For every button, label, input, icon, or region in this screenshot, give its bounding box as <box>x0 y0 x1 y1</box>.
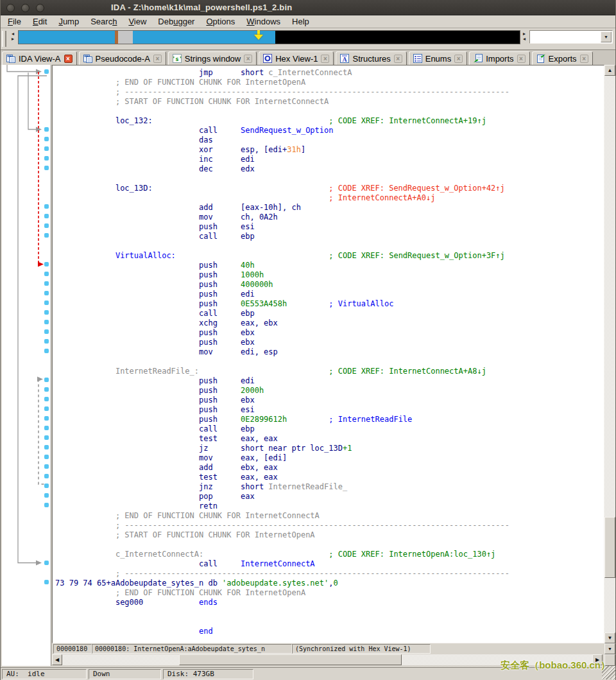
listing-line[interactable]: ; --------------------------------------… <box>55 569 604 579</box>
listing-line[interactable] <box>55 241 604 251</box>
listing-line[interactable]: ; --------------------------------------… <box>55 87 604 97</box>
tab-close-icon[interactable]: × <box>244 55 252 63</box>
strip-dropdown-icon[interactable]: ▼ <box>604 643 615 654</box>
menu-search[interactable]: Search <box>85 15 123 28</box>
listing-line[interactable] <box>55 107 604 116</box>
tab-close-icon[interactable]: × <box>64 55 73 63</box>
listing-line[interactable]: xor esp, [edi+31h] <box>55 145 604 155</box>
listing-line[interactable]: call InternetConnectA <box>55 559 604 569</box>
listing-line[interactable]: inc edi <box>55 155 604 164</box>
listing-line[interactable]: ; END OF FUNCTION CHUNK FOR InternetOpen… <box>55 588 604 598</box>
listing-line[interactable]: xchg eax, ebx <box>55 318 604 328</box>
listing-line[interactable]: jmp short c_InternetConnectA <box>55 68 604 78</box>
scroll-up-icon[interactable]: ▲ <box>604 65 615 76</box>
tab-pseudocode-a[interactable]: Pseudocode-A× <box>79 51 166 65</box>
menu-windows[interactable]: Windows <box>241 15 286 28</box>
tab-close-icon[interactable]: × <box>394 55 402 63</box>
horizontal-scrollbar-thumb[interactable] <box>179 654 402 665</box>
listing-line[interactable]: end <box>55 627 604 636</box>
listing-line[interactable] <box>55 357 604 367</box>
navigation-band[interactable] <box>18 30 520 44</box>
navband-scroll-left-icon[interactable]: ◂▸ <box>10 31 16 42</box>
tab-close-icon[interactable]: × <box>517 55 526 63</box>
listing-line[interactable]: dec edx <box>55 164 604 174</box>
listing-line[interactable]: push esi <box>55 405 604 415</box>
band-external[interactable] <box>275 31 520 44</box>
listing-line[interactable]: test eax, eax <box>55 434 604 444</box>
menu-view[interactable]: View <box>123 15 152 28</box>
tab-enums[interactable]: Enums× <box>409 51 467 65</box>
listing-line[interactable]: push edi <box>55 290 604 299</box>
listing-line[interactable]: push 40h <box>55 261 604 270</box>
combobox-dropdown-icon[interactable]: ▼ <box>601 31 612 42</box>
listing-line[interactable]: push ebx <box>55 328 604 338</box>
listing-line[interactable]: loc_13D: ; CODE XREF: SendRequest_w_Opti… <box>55 184 604 193</box>
listing-line[interactable]: push esi <box>55 222 604 232</box>
listing-line[interactable]: ; START OF FUNCTION CHUNK FOR InternetOp… <box>55 530 604 540</box>
listing-line[interactable]: call SendRequest_w_Option <box>55 126 604 135</box>
band-lib-code[interactable] <box>19 31 115 44</box>
listing-line[interactable]: c_InternetConnectA: ; CODE XREF: Interne… <box>55 550 604 559</box>
window-maximize-button[interactable] <box>36 4 44 12</box>
listing-line[interactable]: seg000 ends <box>55 598 604 607</box>
tab-imports[interactable]: Imports× <box>469 51 529 65</box>
listing-line[interactable] <box>55 540 604 550</box>
menu-jump[interactable]: Jump <box>53 15 85 28</box>
listing-line[interactable] <box>55 617 604 627</box>
toolbar-grip-handle[interactable] <box>2 31 6 47</box>
tab-strings-window[interactable]: 's'Strings window× <box>168 51 257 65</box>
menu-debugger[interactable]: Debugger <box>152 15 200 28</box>
window-minimize-button[interactable] <box>21 4 30 12</box>
listing-line[interactable]: mov edi, esp <box>55 347 604 357</box>
tab-hex-view-1[interactable]: Hex View-1× <box>259 51 334 65</box>
menu-edit[interactable]: Edit <box>27 15 53 28</box>
listing-line[interactable]: push 0E553A458h ; VirtualAlloc <box>55 299 604 309</box>
tab-close-icon[interactable]: × <box>153 55 162 63</box>
listing-line[interactable] <box>55 174 604 184</box>
navband-scroll-right-icon[interactable]: ▸◂ <box>521 31 527 42</box>
window-close-button[interactable] <box>6 4 15 12</box>
tab-close-icon[interactable]: × <box>454 55 463 63</box>
listing-line[interactable]: InternetReadFile_: ; CODE XREF: Internet… <box>55 367 604 376</box>
listing-line[interactable]: jnz short InternetReadFile_ <box>55 482 604 492</box>
vertical-scrollbar[interactable]: ▲ ▼ <box>604 65 615 643</box>
vertical-scrollbar-thumb[interactable] <box>604 517 615 578</box>
listing-line[interactable]: push 0E2899612h ; InternetReadFile <box>55 415 604 424</box>
listing-line[interactable]: loc_132: ; CODE XREF: InternetConnectA+1… <box>55 116 604 126</box>
menu-help[interactable]: Help <box>286 15 315 28</box>
band-unexplored[interactable] <box>118 31 133 44</box>
listing-line[interactable]: das <box>55 135 604 145</box>
listing-line[interactable]: add ebx, eax <box>55 463 604 473</box>
menu-options[interactable]: Options <box>200 15 241 28</box>
listing-line[interactable]: test eax, eax <box>55 473 604 482</box>
listing-line[interactable]: push ebx <box>55 338 604 347</box>
name-combobox[interactable]: ▼ <box>529 30 613 44</box>
scroll-left-icon[interactable]: ◀ <box>52 654 62 665</box>
listing-line[interactable]: ; --------------------------------------… <box>55 521 604 530</box>
tab-ida-view-a[interactable]: IDA View-A× <box>2 51 77 65</box>
listing-line[interactable]: push edi <box>55 376 604 386</box>
scroll-down-icon[interactable]: ▼ <box>604 632 615 643</box>
listing-line[interactable]: 73 79 74 65+aAdobeupdate_sytes_n db 'ado… <box>55 579 604 588</box>
listing-line[interactable]: call ebp <box>55 309 604 318</box>
listing-line[interactable]: push 2000h <box>55 386 604 396</box>
listing-line[interactable]: call ebp <box>55 232 604 241</box>
listing-line[interactable]: VirtualAlloc: ; CODE XREF: SendRequest_w… <box>55 251 604 261</box>
disassembly-listing[interactable]: jmp short c_InternetConnectA ; END OF FU… <box>52 65 604 643</box>
listing-line[interactable]: jz short near ptr loc_13D+1 <box>55 444 604 453</box>
listing-line[interactable] <box>55 607 604 617</box>
listing-line[interactable]: mov eax, [edi] <box>55 453 604 463</box>
listing-line[interactable]: ; END OF FUNCTION CHUNK FOR InternetOpen… <box>55 78 604 87</box>
listing-line[interactable]: mov ch, 0A2h <box>55 213 604 222</box>
listing-line[interactable]: push 1000h <box>55 270 604 280</box>
listing-line[interactable]: pop eax <box>55 492 604 501</box>
listing-line[interactable]: ; InternetConnectA+A0↓j <box>55 193 604 203</box>
listing-line[interactable]: call ebp <box>55 424 604 434</box>
tab-exports[interactable]: Exports× <box>532 51 593 65</box>
listing-line[interactable]: retn <box>55 501 604 511</box>
tab-close-icon[interactable]: × <box>321 55 329 63</box>
listing-line[interactable]: ; START OF FUNCTION CHUNK FOR InternetCo… <box>55 97 604 107</box>
listing-line[interactable]: add [eax-10h], ch <box>55 203 604 213</box>
listing-line[interactable]: ; END OF FUNCTION CHUNK FOR InternetConn… <box>55 511 604 521</box>
tab-close-icon[interactable]: × <box>580 55 588 63</box>
